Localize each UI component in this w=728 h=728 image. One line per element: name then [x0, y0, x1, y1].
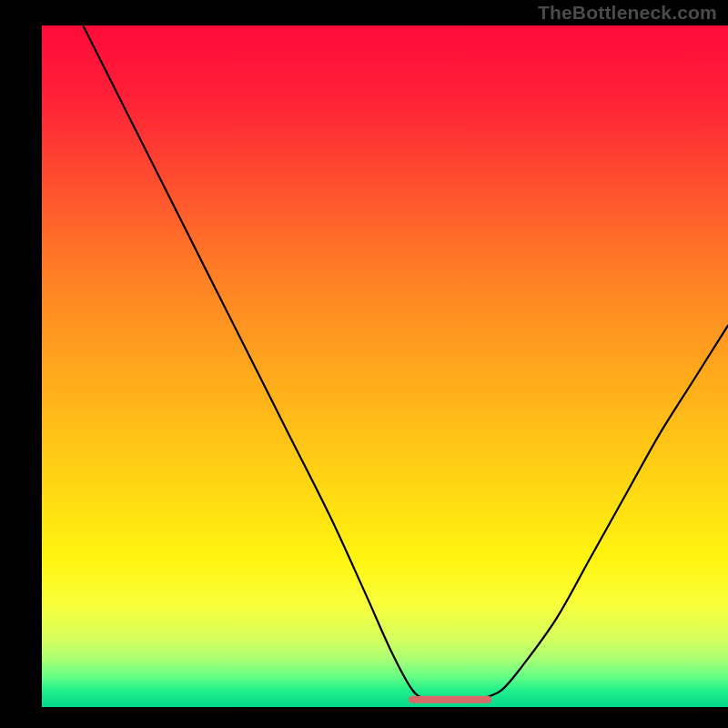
- gradient-background: [42, 25, 728, 707]
- bottleneck-chart: [0, 0, 728, 728]
- chart-container: TheBottleneck.com: [0, 0, 728, 728]
- watermark-text: TheBottleneck.com: [538, 2, 717, 24]
